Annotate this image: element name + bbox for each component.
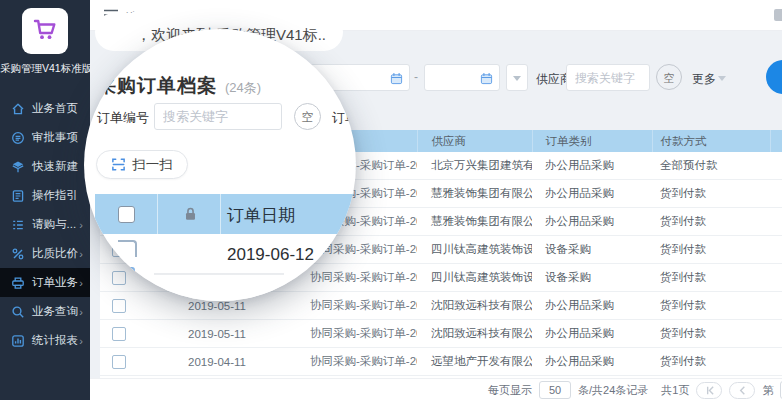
sidebar-item-label: 请购与... <box>32 217 76 232</box>
row-checkbox[interactable] <box>112 355 126 369</box>
order-date-filter-label: 订单日 <box>332 109 356 127</box>
list-icon <box>11 218 25 232</box>
payment-cell: 货到付款 <box>652 236 770 264</box>
extra-cell <box>770 320 782 348</box>
order-type-cell: 设备采购 <box>532 236 652 264</box>
extra-cell <box>770 264 782 292</box>
app-name: 采购管理V41标准版 <box>0 62 90 76</box>
extra-cell <box>770 292 782 320</box>
printer-icon <box>11 276 25 290</box>
order-no-input[interactable] <box>154 103 282 130</box>
topbar-corner-icon[interactable] <box>774 9 782 21</box>
empty-filter-button[interactable]: 空 <box>656 64 682 90</box>
extra-cell <box>770 348 782 376</box>
row-checkbox[interactable] <box>112 327 126 341</box>
calendar-icon <box>390 71 403 89</box>
chevron-right-icon: › <box>79 306 83 318</box>
row-checkbox[interactable] <box>112 299 126 313</box>
table-row: 2019-05-11协同采购-采购订单-201...沈阳致远科技有限公司办公用品… <box>100 320 782 348</box>
lock-cell <box>138 292 168 320</box>
sidebar-item-label: 操作指引 <box>32 188 78 203</box>
lens-date-column-header: 订单日期 <box>227 204 295 227</box>
first-page-button[interactable] <box>696 382 722 399</box>
sidebar-item-orders[interactable]: 订单业务› <box>0 268 90 297</box>
supplier-cell: 沈阳致远科技有限公司 <box>417 320 532 348</box>
order-date-cell: 2019-05-11 <box>168 320 298 348</box>
sidebar-item-label: 订单业务 <box>32 275 78 290</box>
scan-icon <box>111 157 126 172</box>
order-type-cell: 办公用品采购 <box>532 348 652 376</box>
supplier-cell: 四川钛高建筑装饰设... <box>417 264 532 292</box>
sidebar-item-home[interactable]: 业务首页 <box>0 94 90 123</box>
order-name-cell: 协同采购-采购订单-201... <box>298 348 417 376</box>
payment-cell: 货到付款 <box>652 180 770 208</box>
payment-cell: 全部预付款 <box>652 152 770 180</box>
sidebar-item-guide[interactable]: 操作指引 <box>0 181 90 210</box>
sidebar-item-compare[interactable]: 比质比价› <box>0 239 90 268</box>
pagination-bar: 每页显示 50 条/共24条记录 共1页 第 1 页 <box>90 378 782 400</box>
order-name-cell: 协同采购-采购订单-201... <box>298 320 417 348</box>
date-to-input[interactable] <box>424 64 500 91</box>
shopping-cart-icon <box>31 15 59 47</box>
extra-cell <box>770 180 782 208</box>
payment-cell: 货到付款 <box>652 208 770 236</box>
chevron-right-icon: › <box>79 277 83 289</box>
order-type-cell: 办公用品采购 <box>532 320 652 348</box>
more-filters-button[interactable]: 更多 <box>692 71 716 88</box>
empty-filter-button[interactable]: 空 <box>294 103 321 130</box>
extra-column-header <box>770 130 782 152</box>
payment-cell: 货到付款 <box>652 292 770 320</box>
chart-icon <box>11 334 25 348</box>
chevron-down-icon <box>513 76 521 81</box>
date-preset-dropdown[interactable] <box>506 64 528 91</box>
scan-button[interactable]: 扫一扫 <box>96 150 188 179</box>
lens-table-header: 订单日期 <box>95 194 356 234</box>
select-all-checkbox[interactable] <box>118 206 135 223</box>
home-icon <box>11 102 25 116</box>
lock-icon <box>183 206 198 222</box>
lock-cell <box>138 320 168 348</box>
sidebar-item-approvals[interactable]: 审批事项 <box>0 123 90 152</box>
sidebar-item-reports[interactable]: 统计报表› <box>0 326 90 355</box>
approval-icon <box>11 131 25 145</box>
extra-cell <box>770 236 782 264</box>
order-type-cell: 办公用品采购 <box>532 152 652 180</box>
supplier-column-header: 供应商 <box>417 130 532 152</box>
calendar-icon <box>480 71 493 89</box>
lock-cell <box>138 348 168 376</box>
order-type-cell: 办公用品采购 <box>532 180 652 208</box>
records-count: 条/共24条记录 <box>578 383 648 398</box>
supplier-cell: 远望地产开发有限公司 <box>417 348 532 376</box>
percent-icon <box>11 247 25 261</box>
partial-row-checkbox <box>118 240 137 257</box>
supplier-search-input[interactable] <box>566 64 650 91</box>
per-page-input[interactable]: 50 <box>539 381 571 399</box>
sidebar-item-requisition[interactable]: 请购与...› <box>0 210 90 239</box>
payment-cell: 货到付款 <box>652 320 770 348</box>
sidebar-item-quick-create[interactable]: 快速新建 <box>0 152 90 181</box>
supplier-cell: 慧雅装饰集团有限公司 <box>417 208 532 236</box>
row-checkbox[interactable] <box>112 271 126 285</box>
sidebar-item-label: 比质比价 <box>32 246 78 261</box>
date-range-dash: - <box>414 70 418 84</box>
sidebar-menu: 业务首页审批事项快速新建操作指引请购与...›比质比价›订单业务›业务查询›统计… <box>0 94 90 355</box>
page-title: 采购订单档案 <box>97 75 217 96</box>
search-icon <box>11 305 25 319</box>
per-page-label: 每页显示 <box>488 383 532 398</box>
prev-page-button[interactable] <box>729 382 755 399</box>
guide-icon <box>11 189 25 203</box>
chevron-right-icon: › <box>79 248 83 260</box>
page-prefix: 第 <box>762 383 773 398</box>
sidebar-item-label: 审批事项 <box>32 130 78 145</box>
supplier-cell: 慧雅装饰集团有限公司 <box>417 180 532 208</box>
order-type-cell: 设备采购 <box>532 264 652 292</box>
sidebar-item-query[interactable]: 业务查询› <box>0 297 90 326</box>
sidebar-item-label: 统计报表 <box>32 333 78 348</box>
chevron-right-icon: › <box>79 219 83 231</box>
app-logo <box>22 8 68 54</box>
order-name-cell: 协同采购-采购订单-201... <box>298 264 417 292</box>
sidebar: 采购管理V41标准版 业务首页审批事项快速新建操作指引请购与...›比质比价›订… <box>0 0 90 400</box>
scan-button-label: 扫一扫 <box>132 156 173 174</box>
payment-cell: 货到付款 <box>652 348 770 376</box>
search-button[interactable] <box>766 60 782 94</box>
